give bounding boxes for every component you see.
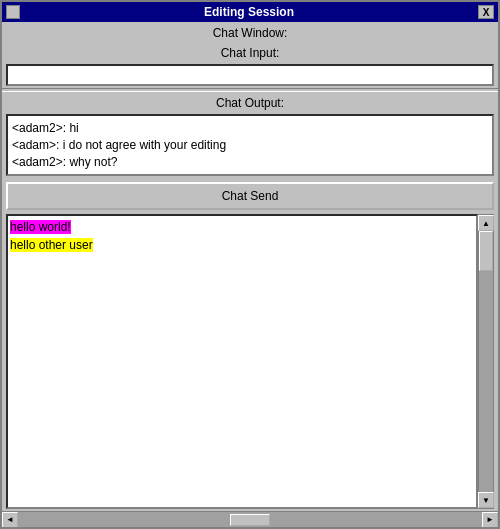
scroll-up-button[interactable]: ▲ (478, 215, 494, 231)
scroll-right-button[interactable]: ► (482, 512, 498, 528)
window-content: Chat Window: Chat Input: Chat Output: <a… (2, 22, 498, 527)
chat-send-section: Chat Send (2, 180, 498, 212)
chat-output-text: <adam2>: hi <adam>: i do not agree with … (6, 114, 494, 176)
list-item: hello world! (10, 218, 474, 236)
scroll-track[interactable] (479, 231, 493, 492)
scroll-down-button[interactable]: ▼ (478, 492, 494, 508)
list-item: hello other user (10, 236, 474, 254)
window-title: Editing Session (20, 5, 478, 19)
title-bar-left (6, 5, 20, 19)
close-button[interactable]: X (478, 5, 494, 19)
chat-messages-inner[interactable]: hello world!hello other user (6, 214, 478, 509)
chat-output-section: <adam2>: hi <adam>: i do not agree with … (2, 112, 498, 180)
chat-input-label: Chat Input: (2, 42, 498, 62)
title-bar: Editing Session X (2, 2, 498, 22)
chat-output-label: Chat Output: (2, 92, 498, 112)
scroll-left-button[interactable]: ◄ (2, 512, 18, 528)
chat-input-field[interactable] (6, 64, 494, 86)
horizontal-scrollbar: ◄ ► (2, 511, 498, 527)
scroll-thumb[interactable] (479, 231, 493, 271)
horizontal-scroll-thumb[interactable] (230, 514, 270, 526)
horizontal-scroll-track[interactable] (18, 512, 482, 527)
window-icon (6, 5, 20, 19)
main-window: Editing Session X Chat Window: Chat Inpu… (0, 0, 500, 529)
chat-messages-section: hello world!hello other user ▲ ▼ (2, 212, 498, 511)
chat-input-section (2, 62, 498, 88)
chat-send-button[interactable]: Chat Send (6, 182, 494, 210)
vertical-scrollbar: ▲ ▼ (478, 214, 494, 509)
chat-window-label: Chat Window: (2, 22, 498, 42)
